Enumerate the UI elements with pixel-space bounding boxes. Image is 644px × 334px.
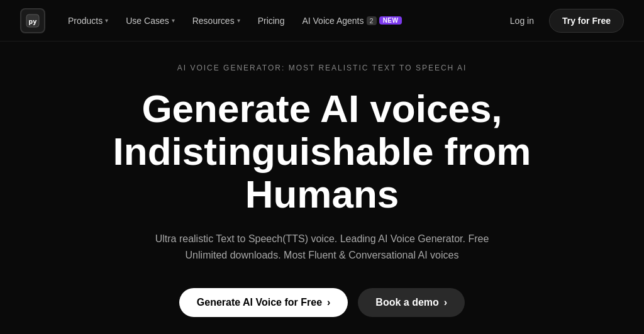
chevron-down-icon: ▾ [172,17,175,24]
nav-item-use-cases[interactable]: Use Cases ▾ [118,11,182,31]
hero-section: AI VOICE GENERATOR: MOST REALISTIC TEXT … [0,42,644,334]
badge-number: 2 [367,16,377,25]
arrow-icon: › [327,297,330,308]
book-demo-button[interactable]: Book a demo › [358,288,465,317]
hero-buttons: Generate AI Voice for Free › Book a demo… [179,288,465,317]
login-button[interactable]: Log in [502,11,541,31]
svg-text:py: py [28,18,37,26]
navbar: py Products ▾ Use Cases ▾ Resources ▾ Pr… [0,0,644,42]
nav-item-pricing[interactable]: Pricing [250,11,292,31]
nav-item-products[interactable]: Products ▾ [60,11,116,31]
nav-right: Log in Try for Free [502,9,624,33]
hero-description: Ultra realistic Text to Speech(TTS) voic… [146,231,498,263]
generate-voice-button[interactable]: Generate AI Voice for Free › [179,288,348,317]
nav-item-ai-voice-agents[interactable]: AI Voice Agents 2 NEW [294,11,409,31]
hero-subtitle: AI VOICE GENERATOR: MOST REALISTIC TEXT … [177,64,467,72]
badge-new: NEW [379,16,402,25]
nav-item-resources[interactable]: Resources ▾ [185,11,248,31]
try-for-free-button[interactable]: Try for Free [549,9,624,33]
arrow-icon: › [444,297,447,308]
chevron-down-icon: ▾ [237,17,240,24]
nav-left: py Products ▾ Use Cases ▾ Resources ▾ Pr… [20,8,409,33]
nav-links: Products ▾ Use Cases ▾ Resources ▾ Prici… [60,11,409,31]
logo[interactable]: py [20,8,45,33]
chevron-down-icon: ▾ [105,17,108,24]
hero-title: Generate AI voices, Indistinguishable fr… [77,87,567,216]
